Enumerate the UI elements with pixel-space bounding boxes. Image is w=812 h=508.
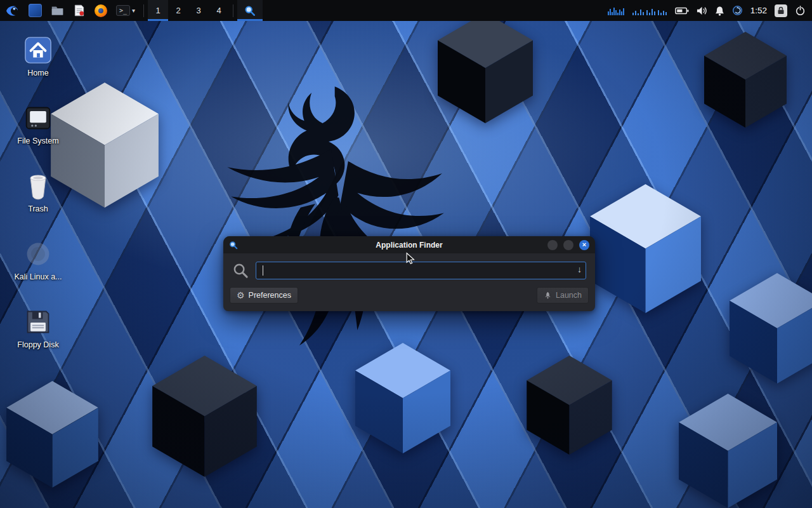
launch-button[interactable]: Launch	[537, 287, 589, 304]
desktop-icon-kali-linux[interactable]: Kali Linux a...	[13, 239, 63, 290]
chevron-down-icon: ▾	[132, 7, 135, 14]
volume-icon[interactable]	[697, 6, 707, 16]
desktop-icon-label: Floppy Disk	[17, 340, 58, 349]
app-finder-task-icon	[244, 5, 256, 17]
trash-icon	[23, 171, 53, 201]
workspace-switcher: 1 2 3 4	[148, 0, 229, 21]
taskbar-app-finder-button[interactable]	[237, 0, 263, 21]
power-icon[interactable]	[795, 5, 806, 16]
close-button[interactable]: ×	[579, 240, 589, 250]
whisker-menu-icon	[29, 4, 42, 17]
application-finder-window: Application Finder × ↓ ⚙ Preferences La	[223, 236, 595, 311]
preferences-label: Preferences	[249, 291, 291, 300]
desktop-icon-label: Kali Linux a...	[14, 272, 62, 281]
window-controls: ×	[547, 240, 589, 250]
screen-lock-button[interactable]	[775, 4, 787, 17]
kali-menu-button[interactable]	[0, 0, 24, 21]
terminal-launcher[interactable]: >_ ▾	[112, 0, 140, 21]
text-editor-launcher[interactable]	[69, 0, 90, 21]
workspace-4[interactable]: 4	[209, 0, 229, 21]
network-monitor-graph-icon[interactable]	[632, 6, 667, 15]
home-icon	[23, 35, 53, 65]
lock-icon	[777, 6, 785, 15]
file-system-icon	[23, 103, 53, 133]
panel-separator	[233, 4, 233, 17]
top-panel: >_ ▾ 1 2 3 4 1:52	[0, 0, 812, 21]
search-icon	[232, 262, 249, 279]
panel-clock[interactable]: 1:52	[750, 6, 767, 15]
launch-label: Launch	[556, 291, 582, 300]
terminal-icon: >_	[116, 5, 130, 16]
system-monitor-graph-icon[interactable]	[608, 6, 624, 15]
firefox-icon	[95, 4, 107, 17]
launch-rocket-icon	[544, 291, 552, 300]
search-input[interactable]	[256, 262, 586, 279]
minimize-button[interactable]	[547, 240, 558, 250]
whisker-menu-button[interactable]	[24, 0, 46, 21]
desktop-icon-home[interactable]: Home	[13, 35, 63, 86]
desktop-icon-label: File System	[17, 137, 58, 145]
desktop-icon-file-system[interactable]: File System	[13, 103, 63, 154]
panel-separator	[143, 4, 144, 17]
text-caret	[263, 265, 263, 276]
folder-icon	[51, 4, 64, 17]
titlebar[interactable]: Application Finder ×	[223, 236, 595, 253]
document-icon	[73, 4, 86, 17]
search-field: ↓	[256, 262, 586, 279]
updates-icon[interactable]	[732, 5, 743, 16]
kali-docs-icon	[23, 239, 53, 269]
firefox-launcher[interactable]	[90, 0, 112, 21]
workspace-3[interactable]: 3	[188, 0, 209, 21]
workspace-2[interactable]: 2	[168, 0, 188, 21]
battery-icon[interactable]	[675, 6, 689, 15]
panel-left: >_ ▾ 1 2 3 4	[0, 0, 263, 21]
floppy-disk-icon	[23, 307, 53, 337]
gear-icon: ⚙	[237, 291, 245, 300]
maximize-button[interactable]	[563, 240, 573, 250]
desktop-icon-column: Home File System Trash Kali Linux a... F…	[13, 35, 63, 358]
desktop-icon-label: Home	[27, 69, 48, 77]
desktop-icon-trash[interactable]: Trash	[13, 171, 63, 222]
desktop: Home File System Trash Kali Linux a... F…	[0, 0, 812, 508]
file-manager-launcher[interactable]	[46, 0, 69, 21]
kali-logo-icon	[4, 3, 20, 18]
desktop-icon-label: Trash	[28, 204, 48, 213]
preferences-button[interactable]: ⚙ Preferences	[230, 287, 298, 304]
notifications-bell-icon[interactable]	[715, 6, 724, 16]
panel-right: 1:52	[608, 0, 812, 21]
workspace-1[interactable]: 1	[148, 0, 168, 21]
desktop-icon-floppy-disk[interactable]: Floppy Disk	[13, 307, 63, 358]
window-title: Application Finder	[223, 241, 595, 250]
